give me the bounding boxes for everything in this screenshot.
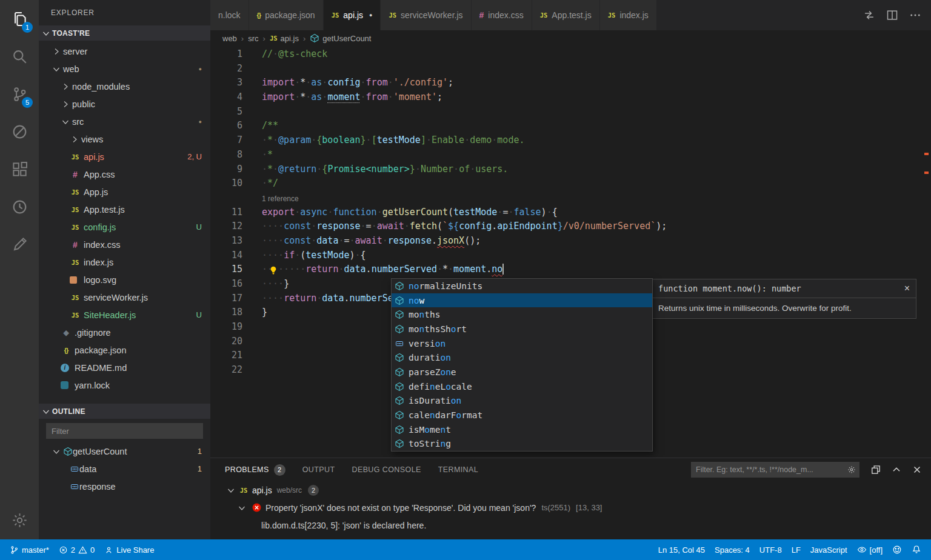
explorer-activity-button[interactable]: 1: [0, 0, 39, 38]
editor-tab[interactable]: JSapi.js●: [324, 0, 381, 30]
file-item[interactable]: JSconfig.jsU: [39, 218, 210, 236]
file-item[interactable]: JSserviceWorker.js: [39, 288, 210, 306]
problem-file-row[interactable]: JSapi.jsweb/src2: [210, 481, 931, 499]
line-number[interactable]: [210, 192, 262, 207]
breadcrumb-item[interactable]: getUserCount: [310, 33, 371, 43]
folder-item[interactable]: node_modules: [39, 78, 210, 95]
suggestion-item[interactable]: isMoment: [392, 422, 652, 437]
edit-activity-button[interactable]: [0, 225, 39, 263]
indentation-indicator[interactable]: Spaces: 4: [710, 545, 755, 555]
line-number[interactable]: 8: [210, 149, 262, 164]
git-branch-indicator[interactable]: master*: [5, 539, 54, 560]
line-number[interactable]: 16: [210, 278, 262, 293]
editor[interactable]: 12345678910111213141516171819202122 //·@…: [210, 46, 931, 458]
open-changes-icon[interactable]: [863, 9, 875, 21]
panel-tab[interactable]: DEBUG CONSOLE: [352, 465, 421, 474]
folder-item[interactable]: views: [39, 130, 210, 148]
line-number[interactable]: 14: [210, 250, 262, 264]
code-line[interactable]: import·*·as·moment·from·'moment';: [262, 92, 931, 106]
outline-item[interactable]: getUserCount1: [39, 442, 210, 460]
code-line[interactable]: ····const·response·=·await·fetch(`${conf…: [262, 221, 931, 235]
line-number[interactable]: 21: [210, 350, 262, 364]
editor-tab[interactable]: JSserviceWorker.js: [381, 0, 471, 30]
code-line[interactable]: /**: [262, 120, 931, 135]
close-icon[interactable]: ×: [904, 284, 910, 293]
line-number[interactable]: 22: [210, 364, 262, 379]
suggestion-item[interactable]: monthsShort: [392, 322, 652, 336]
search-activity-button[interactable]: [0, 38, 39, 75]
suggestion-item[interactable]: calendarFormat: [392, 408, 652, 422]
suggestion-item[interactable]: defineLocale: [392, 379, 652, 394]
panel-layout-icon[interactable]: [870, 464, 881, 475]
code-line[interactable]: [262, 106, 931, 121]
breadcrumb-item[interactable]: JSapi.js: [270, 33, 299, 43]
split-editor-icon[interactable]: [886, 9, 898, 21]
code-line[interactable]: ·*: [262, 149, 931, 164]
file-item[interactable]: logo.svg: [39, 271, 210, 288]
line-number[interactable]: 3: [210, 77, 262, 92]
line-number[interactable]: 1: [210, 48, 262, 63]
file-item[interactable]: JSapi.js2, U: [39, 148, 210, 165]
problem-error-row[interactable]: Property 'jsonX' does not exist on type …: [210, 499, 931, 516]
editor-tab[interactable]: n.lock: [210, 0, 249, 30]
breadcrumb-item[interactable]: web: [222, 34, 237, 43]
codelens-link[interactable]: 1 reference: [262, 192, 931, 207]
settings-activity-button[interactable]: [0, 501, 39, 539]
code-line[interactable]: ····if·(testMode)·{: [262, 250, 931, 264]
suggestion-item[interactable]: months: [392, 307, 652, 322]
lightbulb-icon[interactable]: [269, 265, 278, 275]
cursor-position-indicator[interactable]: Ln 15, Col 45: [653, 545, 710, 555]
problems-indicator[interactable]: 2 0: [54, 539, 99, 560]
suggestion-item[interactable]: now: [392, 293, 652, 308]
file-item[interactable]: {}package.json: [39, 341, 210, 359]
code-line[interactable]: ·*/: [262, 178, 931, 192]
outline-section-header[interactable]: OUTLINE: [39, 404, 210, 419]
code-line[interactable]: ····const·data·=·await·response.jsonX();: [262, 235, 931, 250]
suggestion-item[interactable]: normalizeUnits: [392, 279, 652, 293]
file-item[interactable]: #App.css: [39, 165, 210, 183]
file-item[interactable]: JSSiteHeader.jsU: [39, 306, 210, 324]
line-number[interactable]: 9: [210, 164, 262, 178]
line-number[interactable]: 19: [210, 321, 262, 336]
feedback-button[interactable]: [887, 545, 907, 555]
close-panel-icon[interactable]: [912, 464, 923, 475]
file-item[interactable]: iREADME.md: [39, 359, 210, 376]
eol-indicator[interactable]: LF: [787, 545, 806, 555]
folder-item[interactable]: web●: [39, 60, 210, 78]
file-item[interactable]: JSApp.test.js: [39, 201, 210, 218]
code-line[interactable]: ·*·@param·{boolean}·[testMode]·Enable·de…: [262, 135, 931, 149]
problems-filter-input[interactable]: [691, 462, 859, 478]
folder-item[interactable]: src●: [39, 113, 210, 130]
problem-related-row[interactable]: lib.dom.d.ts[2230, 5]: 'json' is declare…: [210, 516, 931, 534]
file-item[interactable]: #index.css: [39, 236, 210, 253]
file-item[interactable]: yarn.lock: [39, 376, 210, 394]
chevron-up-icon[interactable]: [891, 464, 902, 475]
code-line[interactable]: ········return·data.numberServed·*·momen…: [262, 264, 931, 278]
line-number[interactable]: 17: [210, 293, 262, 307]
code-line[interactable]: ·*·@return·{Promise<number>}·Number·of·u…: [262, 164, 931, 178]
line-number[interactable]: 18: [210, 307, 262, 321]
live-share-button[interactable]: Live Share: [99, 539, 159, 560]
history-activity-button[interactable]: [0, 188, 39, 225]
folder-item[interactable]: server: [39, 42, 210, 60]
breadcrumb-item[interactable]: src: [248, 34, 258, 43]
outline-item[interactable]: response: [39, 478, 210, 495]
language-mode-indicator[interactable]: JavaScript: [806, 545, 852, 555]
filter-options-icon[interactable]: [847, 465, 856, 474]
folder-item[interactable]: public: [39, 95, 210, 113]
line-number[interactable]: 5: [210, 106, 262, 121]
encoding-indicator[interactable]: UTF-8: [755, 545, 787, 555]
outline-filter-input[interactable]: [46, 423, 203, 439]
line-number[interactable]: 13: [210, 235, 262, 250]
suggestion-item[interactable]: toString: [392, 437, 652, 452]
line-number[interactable]: 2: [210, 63, 262, 78]
editor-tab[interactable]: #index.css: [472, 0, 532, 30]
panel-tab[interactable]: TERMINAL: [438, 465, 478, 474]
file-item[interactable]: ◆.gitignore: [39, 324, 210, 341]
suggestion-item[interactable]: version: [392, 336, 652, 351]
file-item[interactable]: JSindex.js: [39, 253, 210, 271]
suggestion-item[interactable]: parseZone: [392, 365, 652, 379]
editor-tab[interactable]: JSindex.js: [600, 0, 657, 30]
extensions-activity-button[interactable]: [0, 150, 39, 188]
panel-tab[interactable]: PROBLEMS2: [225, 464, 285, 476]
